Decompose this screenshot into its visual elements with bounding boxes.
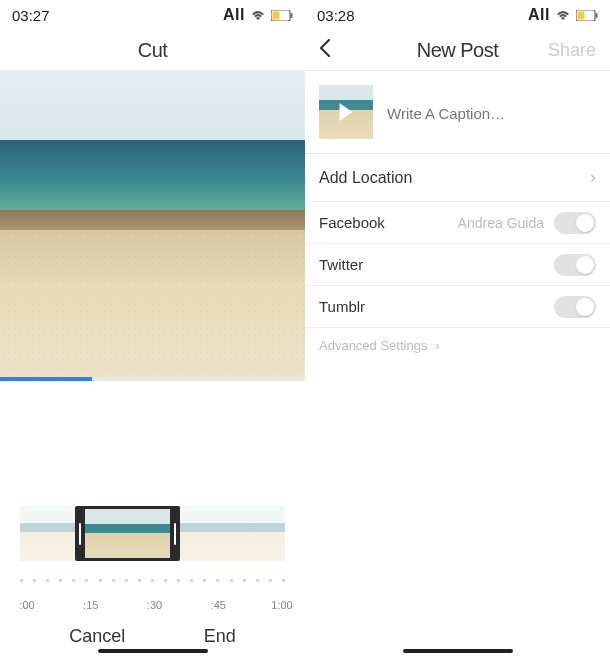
row-label: Tumblr (319, 298, 365, 315)
chevron-right-icon: › (435, 339, 439, 353)
cancel-button[interactable]: Cancel (69, 626, 125, 647)
facebook-toggle[interactable] (554, 212, 596, 234)
status-time: 03:28 (317, 7, 355, 24)
end-button[interactable]: End (204, 626, 236, 647)
facebook-account: Andrea Guida (458, 215, 544, 231)
tumblr-toggle[interactable] (554, 296, 596, 318)
row-label: Facebook (319, 214, 385, 231)
network-label: All (223, 6, 245, 24)
trim-area: :00 :15 :30 :45 1:00 (0, 381, 305, 591)
twitter-row: Twitter (305, 244, 610, 286)
status-right: All (528, 6, 598, 24)
twitter-toggle[interactable] (554, 254, 596, 276)
back-button[interactable] (319, 37, 331, 63)
titlebar: Cut (0, 30, 305, 70)
add-location-row[interactable]: Add Location › (305, 154, 610, 202)
bottom-actions: Cancel End (0, 626, 305, 647)
network-label: All (528, 6, 550, 24)
share-button[interactable]: Share (548, 40, 596, 61)
status-bar: 03:27 All (0, 0, 305, 30)
battery-icon (576, 10, 598, 21)
play-icon (340, 103, 353, 121)
filmstrip[interactable] (0, 506, 305, 561)
home-indicator[interactable] (403, 649, 513, 653)
status-time: 03:27 (12, 7, 50, 24)
screen-cut: 03:27 All Cut (0, 0, 305, 659)
status-bar: 03:28 All (305, 0, 610, 30)
video-thumbnail[interactable] (319, 85, 373, 139)
caption-input[interactable] (387, 85, 596, 139)
svg-rect-4 (596, 13, 598, 18)
row-label: Add Location (319, 169, 412, 187)
titlebar: New Post Share (305, 30, 610, 70)
caption-row (305, 71, 610, 153)
wifi-icon (251, 7, 265, 24)
trim-handles[interactable] (75, 506, 180, 561)
row-label: Twitter (319, 256, 363, 273)
home-indicator[interactable] (98, 649, 208, 653)
status-right: All (223, 6, 293, 24)
battery-icon (271, 10, 293, 21)
video-preview[interactable] (0, 70, 305, 377)
svg-rect-5 (578, 11, 585, 19)
screen-new-post: 03:28 All New Post Share Add Location › … (305, 0, 610, 659)
advanced-settings[interactable]: Advanced Settings› (305, 328, 610, 363)
tumblr-row: Tumblr (305, 286, 610, 328)
svg-rect-1 (291, 13, 293, 18)
svg-rect-2 (273, 11, 280, 19)
wifi-icon (556, 7, 570, 24)
page-title: Cut (0, 39, 305, 62)
chevron-right-icon: › (590, 167, 596, 188)
facebook-row: Facebook Andrea Guida (305, 202, 610, 244)
timeline-ticks: :00 :15 :30 :45 1:00 (0, 599, 305, 611)
